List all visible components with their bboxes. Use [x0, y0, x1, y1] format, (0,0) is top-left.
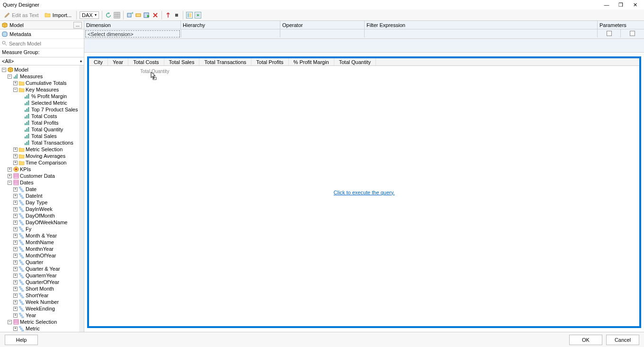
tree-item[interactable]: +Fy [0, 226, 84, 232]
tree-expander[interactable]: − [8, 320, 12, 324]
filter-row[interactable]: <Select dimension> [84, 29, 644, 39]
tree-item[interactable]: −Dates [0, 179, 84, 186]
tree-item[interactable]: +Quarter [0, 259, 84, 265]
execute-query-link[interactable]: Click to execute the query. [334, 190, 395, 195]
search-input[interactable] [9, 41, 82, 46]
column-header[interactable]: Total Costs [128, 58, 164, 65]
tree-expander[interactable]: + [8, 174, 12, 178]
tree-item[interactable]: −Metric Selection [0, 319, 84, 325]
tree-expander[interactable]: + [8, 167, 12, 172]
add-member-icon[interactable]: + [126, 12, 133, 18]
restore-button[interactable]: ❐ [614, 1, 628, 9]
tree-item[interactable]: +Month & Year [0, 232, 84, 239]
column-header[interactable]: Total Profits [251, 58, 288, 65]
tree-item[interactable]: % Profit Margin [0, 93, 84, 100]
tree-item[interactable]: −Key Measures [0, 86, 84, 93]
tree-expander[interactable]: − [13, 88, 18, 92]
tree-item[interactable]: +KPIs [0, 166, 84, 173]
tree-item[interactable]: +Year [0, 312, 84, 319]
tree-expander[interactable]: + [13, 194, 18, 198]
tree-item[interactable]: Total Costs [0, 113, 84, 119]
tree-item[interactable]: +MonthOfYear [0, 252, 84, 259]
tree-item[interactable]: +QuarternYear [0, 272, 84, 279]
tree-expander[interactable]: + [13, 154, 18, 158]
tree-expander[interactable]: + [13, 187, 18, 192]
tree-item[interactable]: −Measures [0, 73, 84, 80]
filter-expr-cell[interactable] [365, 29, 598, 37]
column-header[interactable]: Total Sales [164, 58, 200, 65]
tree-item[interactable]: +MonthnYear [0, 246, 84, 252]
tree-expander[interactable]: + [13, 161, 18, 165]
tree-expander[interactable]: − [2, 68, 6, 72]
tree-item[interactable]: Total Sales [0, 133, 84, 139]
tree-expander[interactable]: − [8, 181, 12, 185]
tree-expander[interactable]: + [13, 147, 18, 152]
tree-item[interactable]: Selected Metric [0, 100, 84, 106]
tree-expander[interactable]: + [13, 327, 18, 331]
tree-item[interactable]: +Metric Selection [0, 146, 84, 153]
ok-button[interactable]: OK [569, 335, 602, 345]
tree-item[interactable]: +ShortYear [0, 292, 84, 299]
results-pane[interactable]: CityYearTotal CostsTotal SalesTotal Tran… [84, 53, 644, 332]
tree-item[interactable]: +MonthName [0, 239, 84, 246]
tree-item[interactable]: +Date [0, 186, 84, 192]
tree-expander[interactable]: + [13, 207, 18, 211]
cancel-run-icon[interactable] [173, 12, 180, 18]
import-button[interactable]: Import... [43, 11, 73, 19]
scrollbar-vertical[interactable] [79, 65, 84, 332]
tree-item[interactable]: −Model [0, 66, 84, 73]
metadata-tree[interactable]: −Model−Measures+Cumulative Totals−Key Me… [0, 65, 84, 332]
results-grid[interactable]: CityYearTotal CostsTotal SalesTotal Tran… [87, 56, 641, 328]
tree-expander[interactable]: + [13, 247, 18, 251]
tree-item[interactable]: Total Profits [0, 119, 84, 126]
tree-expander[interactable]: + [13, 293, 18, 298]
measure-group-select[interactable]: <All> ▾ [0, 57, 84, 65]
tree-expander[interactable]: + [13, 267, 18, 271]
tree-item[interactable]: +DayInWeek [0, 206, 84, 212]
toggle-icon[interactable] [135, 12, 142, 18]
close-button[interactable]: ✕ [628, 1, 642, 9]
tree-expander[interactable]: + [13, 81, 18, 85]
cancel-button[interactable]: Cancel [606, 335, 639, 345]
query-mode-select[interactable]: DAX ▾ [80, 11, 99, 19]
tree-item[interactable]: +Moving Averages [0, 153, 84, 159]
tree-expander[interactable]: + [13, 280, 18, 284]
select-dimension-placeholder[interactable]: <Select dimension> [85, 30, 180, 37]
tree-expander[interactable]: + [13, 201, 18, 205]
tree-expander[interactable]: + [13, 300, 18, 304]
tree-expander[interactable]: − [8, 74, 12, 79]
tree-item[interactable]: +Quarter & Year [0, 265, 84, 272]
column-header[interactable]: % Profit Margin [289, 58, 334, 65]
tree-expander[interactable]: + [13, 287, 18, 291]
tree-item[interactable]: +Week Number [0, 299, 84, 305]
tree-expander[interactable]: + [13, 214, 18, 218]
tree-item[interactable]: Total Quantity [0, 126, 84, 133]
column-header[interactable]: Total Quantity [334, 58, 376, 65]
design-mode-icon[interactable] [186, 12, 193, 18]
tree-item[interactable]: +DayOfMonth [0, 212, 84, 219]
tree-expander[interactable]: + [13, 240, 18, 245]
tree-item[interactable]: +Metric [0, 325, 84, 332]
filter-hierarchy-cell[interactable] [181, 29, 280, 37]
filter-param-cell-1[interactable] [598, 29, 621, 37]
tree-item[interactable]: +Day Type [0, 199, 84, 206]
play-overlay-icon[interactable] [143, 12, 150, 18]
model-browse-button[interactable]: ... [73, 22, 82, 28]
tree-item[interactable]: +Time Comparison [0, 159, 84, 166]
tree-expander[interactable]: + [13, 220, 18, 225]
tree-item[interactable]: +Short Month [0, 285, 84, 292]
tree-item[interactable]: +QuarterOfYear [0, 279, 84, 285]
tree-expander[interactable]: + [13, 260, 18, 265]
minimize-button[interactable]: — [599, 1, 614, 9]
tree-expander[interactable]: + [13, 274, 18, 278]
metadata-tab[interactable]: Metadata [0, 29, 84, 39]
tree-item[interactable]: +Customer Data [0, 173, 84, 179]
run-icon[interactable] [165, 12, 171, 18]
column-header[interactable]: Year [108, 58, 128, 65]
delete-icon[interactable] [152, 12, 159, 18]
column-header[interactable]: City [89, 58, 108, 65]
tree-item[interactable]: +DayOfWeekName [0, 219, 84, 226]
column-header[interactable]: Total Transactions [199, 58, 251, 65]
filter-dimension-cell[interactable]: <Select dimension> [84, 29, 181, 38]
refresh-icon[interactable] [105, 12, 112, 18]
